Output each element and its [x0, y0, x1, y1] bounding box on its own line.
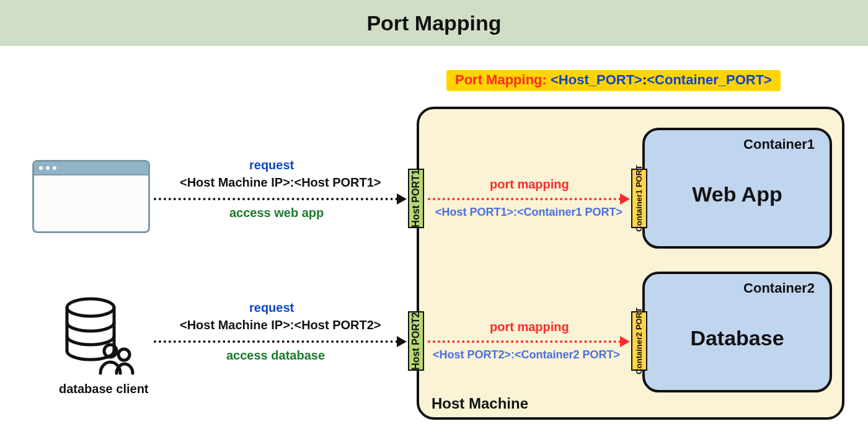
request-label-1: request — [249, 158, 294, 172]
mapping-label-2: port mapping — [490, 320, 569, 334]
host-port-1-tab: Host PORT1 — [408, 169, 424, 228]
address-2: <Host Machine IP>:<Host PORT2> — [180, 318, 381, 332]
diagram: Port Mapping Port Mapping: <Host_PORT>:<… — [0, 0, 868, 434]
request-label-2: request — [249, 301, 294, 315]
database-client-caption: database client — [59, 382, 149, 396]
page-title: Port Mapping — [366, 11, 501, 35]
address-1: <Host Machine IP>:<Host PORT1> — [180, 175, 381, 190]
svg-point-0 — [67, 299, 114, 316]
syntax-host: <Host_PORT> — [551, 72, 642, 87]
syntax-container: <Container_PORT> — [647, 72, 772, 87]
mapping-value-2: <Host PORT2>:<Container2 PORT> — [433, 348, 620, 361]
browser-client-icon — [32, 160, 150, 233]
container-2-port-tab: Container2 PORT — [631, 311, 647, 371]
svg-point-2 — [118, 349, 130, 360]
database-client-icon — [62, 296, 136, 379]
host-machine-label: Host Machine — [432, 395, 528, 412]
syntax-highlight: Port Mapping: <Host_PORT>:<Container_POR… — [446, 70, 781, 91]
host-port-2-tab: Host PORT2 — [408, 311, 424, 371]
syntax-prefix: Port Mapping: — [455, 72, 551, 87]
title-bar: Port Mapping — [0, 0, 868, 46]
mapping-value-1: <Host PORT1>:<Container1 PORT> — [435, 206, 622, 219]
browser-titlebar-icon — [34, 162, 148, 175]
container-1-box: Container1 Web App — [642, 128, 832, 249]
container-2-label: Container2 — [743, 280, 815, 296]
container-2-port-label: Container2 PORT — [635, 308, 644, 374]
host-machine-box: Host Machine Container1 Web App Containe… — [417, 107, 844, 420]
host-port-1-label: Host PORT1 — [411, 169, 421, 227]
purpose-2: access database — [226, 348, 325, 363]
container-2-box: Container2 Database — [642, 272, 832, 392]
container-2-app: Database — [690, 326, 784, 350]
container-1-port-label: Container1 PORT — [635, 165, 644, 232]
container-1-app: Web App — [692, 182, 782, 206]
mapping-label-1: port mapping — [490, 177, 569, 192]
container-1-label: Container1 — [743, 136, 815, 153]
purpose-1: access web app — [229, 206, 324, 220]
container-1-port-tab: Container1 PORT — [631, 169, 647, 228]
host-port-2-label: Host PORT2 — [411, 312, 421, 370]
